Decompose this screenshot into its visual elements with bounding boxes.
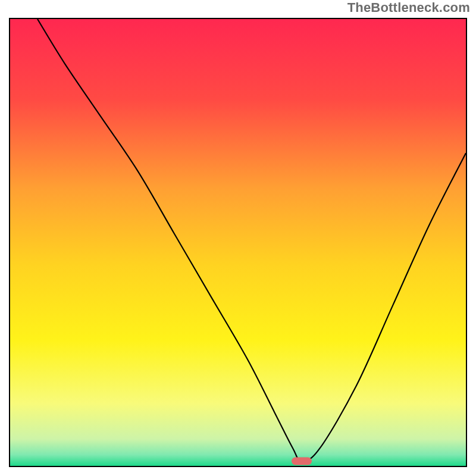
optimal-marker (292, 457, 312, 465)
gradient-background (10, 19, 466, 466)
watermark-text: TheBottleneck.com (347, 0, 470, 15)
plot-svg (10, 19, 466, 466)
chart-container: TheBottleneck.com (0, 0, 476, 476)
plot-frame (9, 18, 467, 467)
